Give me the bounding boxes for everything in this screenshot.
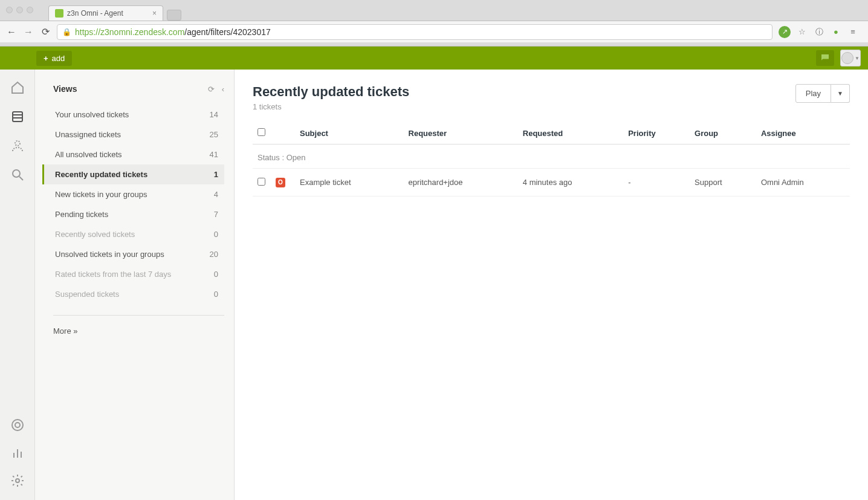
search-icon[interactable] bbox=[10, 167, 25, 182]
plus-icon: + bbox=[44, 54, 48, 63]
views-divider bbox=[53, 315, 224, 316]
window-minimize-dot[interactable] bbox=[16, 7, 23, 13]
back-button[interactable]: ← bbox=[6, 27, 17, 37]
chat-icon[interactable] bbox=[816, 50, 834, 66]
ticket-count: 1 tickets bbox=[253, 102, 409, 111]
view-item-count: 7 bbox=[214, 210, 218, 219]
tab-bar: z3n Omni - Agent × bbox=[0, 4, 868, 21]
col-status bbox=[271, 122, 295, 144]
status-badge: O bbox=[276, 178, 285, 187]
settings-icon[interactable] bbox=[10, 473, 25, 488]
info-icon[interactable]: ⓘ bbox=[814, 27, 824, 37]
lock-icon: 🔒 bbox=[62, 28, 71, 36]
reload-button[interactable]: ⟳ bbox=[40, 26, 51, 37]
view-item-label: Your unsolved tickets bbox=[55, 110, 129, 119]
svg-point-4 bbox=[13, 170, 20, 177]
col-requester[interactable]: Requester bbox=[404, 122, 518, 144]
play-dropdown-button[interactable]: ▼ bbox=[831, 84, 850, 103]
reports-icon[interactable] bbox=[10, 446, 25, 460]
view-item[interactable]: Suspended tickets0 bbox=[42, 284, 224, 304]
row-subject: Example ticket bbox=[295, 169, 404, 196]
row-status-cell: O bbox=[271, 169, 295, 196]
extension-badge-icon[interactable]: ↗ bbox=[779, 26, 791, 38]
new-tab-button[interactable] bbox=[167, 10, 181, 21]
address-bar[interactable]: 🔒 https ://z3nomni.zendesk.com /agent/fi… bbox=[57, 24, 772, 40]
window-maximize-dot[interactable] bbox=[27, 7, 33, 13]
app-body: Views ⟳ ‹ Your unsolved tickets14Unassig… bbox=[0, 70, 868, 500]
more-views-link[interactable]: More » bbox=[53, 326, 224, 336]
view-list: Your unsolved tickets14Unassigned ticket… bbox=[53, 105, 224, 304]
view-item[interactable]: Your unsolved tickets14 bbox=[42, 105, 224, 125]
col-assignee[interactable]: Assignee bbox=[756, 122, 850, 144]
view-item[interactable]: Rated tickets from the last 7 days0 bbox=[42, 264, 224, 284]
view-item-label: New tickets in your groups bbox=[55, 190, 147, 199]
status-group-row: Status : Open bbox=[253, 144, 850, 169]
user-avatar-menu[interactable]: ▼ bbox=[840, 50, 861, 67]
col-group[interactable]: Group bbox=[690, 122, 756, 144]
caret-down-icon: ▼ bbox=[855, 56, 860, 61]
views-header: Views ⟳ ‹ bbox=[53, 84, 224, 94]
svg-rect-0 bbox=[13, 112, 22, 122]
add-button[interactable]: + add bbox=[36, 51, 72, 66]
title-block: Recently updated tickets 1 tickets bbox=[253, 84, 409, 111]
view-item-count: 1 bbox=[214, 170, 218, 179]
row-checkbox[interactable] bbox=[257, 178, 265, 186]
svg-point-6 bbox=[12, 420, 23, 430]
view-item[interactable]: Recently updated tickets1 bbox=[42, 164, 224, 184]
browser-chrome: z3n Omni - Agent × ← → ⟳ 🔒 https ://z3no… bbox=[0, 0, 868, 47]
svg-line-5 bbox=[19, 177, 23, 180]
browser-menu-icon[interactable]: ≡ bbox=[847, 27, 858, 37]
view-item-label: Recently solved tickets bbox=[55, 230, 135, 239]
home-icon[interactable] bbox=[10, 80, 25, 95]
avatar-icon bbox=[841, 52, 853, 64]
ticket-table: Subject Requester Requested Priority Gro… bbox=[253, 122, 850, 196]
browser-tab[interactable]: z3n Omni - Agent × bbox=[48, 5, 163, 21]
view-item[interactable]: Recently solved tickets0 bbox=[42, 224, 224, 244]
views-title: Views bbox=[53, 84, 77, 94]
bookmark-star-icon[interactable]: ☆ bbox=[797, 27, 808, 37]
table-row[interactable]: OExample ticketepritchard+jdoe4 minutes … bbox=[253, 169, 850, 196]
view-item-count: 14 bbox=[210, 110, 218, 119]
view-item-label: Unsolved tickets in your groups bbox=[55, 250, 164, 259]
window-close-dot[interactable] bbox=[6, 7, 13, 13]
apps-icon[interactable] bbox=[10, 418, 25, 432]
view-item-count: 25 bbox=[210, 130, 218, 139]
customers-icon[interactable] bbox=[10, 138, 25, 153]
row-group: Support bbox=[690, 169, 756, 196]
row-requested: 4 minutes ago bbox=[518, 169, 623, 196]
rail-bottom bbox=[10, 418, 25, 500]
status-group-label: Status : Open bbox=[253, 144, 850, 169]
app-topbar: + add ▼ bbox=[0, 47, 868, 70]
collapse-icon[interactable]: ‹ bbox=[222, 85, 224, 94]
add-button-label: add bbox=[52, 54, 65, 63]
view-item-count: 0 bbox=[214, 270, 218, 279]
view-item-count: 0 bbox=[214, 290, 218, 299]
refresh-icon[interactable]: ⟳ bbox=[208, 85, 215, 94]
view-item-label: Recently updated tickets bbox=[55, 170, 147, 179]
extension-dot-icon[interactable]: ● bbox=[831, 27, 841, 37]
view-item[interactable]: Unsolved tickets in your groups20 bbox=[42, 244, 224, 264]
col-priority[interactable]: Priority bbox=[623, 122, 690, 144]
views-icon[interactable] bbox=[10, 109, 25, 124]
view-item-label: Rated tickets from the last 7 days bbox=[55, 270, 171, 279]
table-body: Status : Open OExample ticketepritchard+… bbox=[253, 144, 850, 196]
views-sidebar: Views ⟳ ‹ Your unsolved tickets14Unassig… bbox=[35, 70, 235, 500]
row-checkbox-cell bbox=[253, 169, 271, 196]
views-header-icons: ⟳ ‹ bbox=[208, 85, 224, 94]
content-header: Recently updated tickets 1 tickets Play … bbox=[253, 84, 850, 111]
select-all-checkbox[interactable] bbox=[257, 128, 265, 136]
addr-right-icons: ↗ ☆ ⓘ ● ≡ bbox=[779, 26, 862, 38]
row-requester: epritchard+jdoe bbox=[404, 169, 518, 196]
col-requested[interactable]: Requested bbox=[518, 122, 623, 144]
forward-button[interactable]: → bbox=[23, 27, 34, 37]
view-item[interactable]: Unassigned tickets25 bbox=[42, 125, 224, 144]
tab-close-icon[interactable]: × bbox=[152, 9, 157, 18]
view-item[interactable]: Pending tickets7 bbox=[42, 204, 224, 224]
col-subject[interactable]: Subject bbox=[295, 122, 404, 144]
play-button[interactable]: Play bbox=[795, 84, 831, 103]
svg-point-3 bbox=[15, 141, 20, 146]
view-item-label: Pending tickets bbox=[55, 210, 108, 219]
view-item[interactable]: All unsolved tickets41 bbox=[42, 144, 224, 164]
view-item[interactable]: New tickets in your groups4 bbox=[42, 184, 224, 204]
view-item-label: Suspended tickets bbox=[55, 290, 119, 299]
